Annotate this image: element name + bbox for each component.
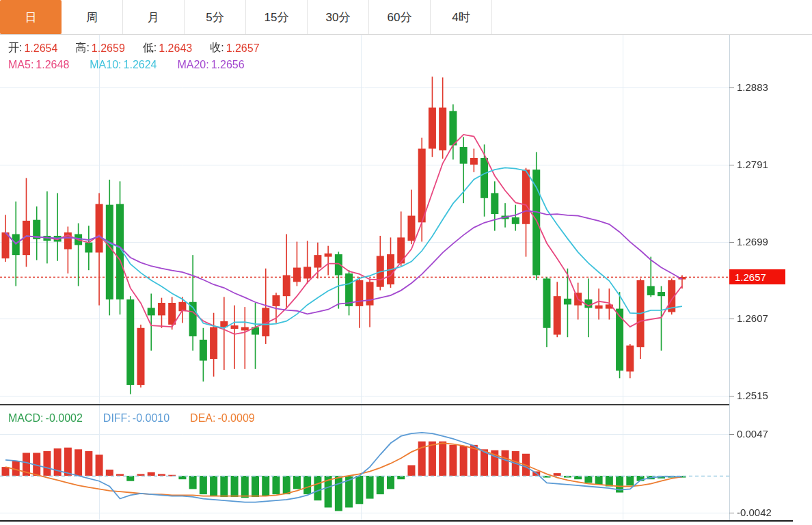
timeframe-tabbar: 日周月5分15分30分60分4时 bbox=[0, 0, 812, 35]
tab-timeframe-0[interactable]: 日 bbox=[0, 0, 62, 34]
ohlc-label-1: 高: bbox=[75, 41, 89, 55]
macd-tick-1: -0.0042 bbox=[737, 507, 772, 519]
tab-timeframe-5[interactable]: 30分 bbox=[308, 0, 369, 34]
macd-item-2: DEA:-0.0009 bbox=[190, 412, 255, 425]
ohlc-item-2: 低:1.2643 bbox=[143, 41, 192, 55]
macd-value-0: -0.0002 bbox=[46, 412, 83, 425]
ohlc-value-2: 1.2643 bbox=[159, 42, 192, 55]
ma-value-2: 1.2656 bbox=[211, 59, 245, 71]
ohlc-label-3: 收: bbox=[210, 41, 224, 55]
kline-app: 日周月5分15分30分60分4时 开:1.2654高:1.2659低:1.264… bbox=[0, 0, 812, 525]
tab-timeframe-4[interactable]: 15分 bbox=[246, 0, 308, 34]
macd-tick-0: 0.0047 bbox=[737, 428, 768, 440]
macd-value-1: -0.0010 bbox=[133, 412, 170, 425]
price-tick-1: 1.2791 bbox=[737, 159, 768, 171]
tab-timeframe-6[interactable]: 60分 bbox=[369, 0, 431, 34]
ohlc-item-0: 开:1.2654 bbox=[8, 41, 57, 55]
price-tick-4: 1.2515 bbox=[737, 390, 768, 402]
ma-item-0: MA5:1.2648 bbox=[8, 59, 69, 71]
macd-label-0: MACD: bbox=[8, 412, 44, 425]
tab-timeframe-2[interactable]: 月 bbox=[123, 0, 185, 34]
ma-value-1: 1.2624 bbox=[124, 59, 157, 71]
ohlc-value-0: 1.2654 bbox=[24, 42, 57, 55]
price-tick-3: 1.2607 bbox=[737, 312, 768, 325]
ohlc-label-0: 开: bbox=[8, 41, 22, 55]
macd-label-2: DEA: bbox=[190, 412, 215, 425]
ma-legend: MA5:1.2648MA10:1.2624MA20:1.2656 bbox=[8, 59, 245, 71]
tab-timeframe-3[interactable]: 5分 bbox=[185, 0, 246, 34]
ma-label-2: MA20: bbox=[177, 59, 208, 71]
price-tick-2: 1.2699 bbox=[737, 236, 768, 248]
macd-value-2: -0.0009 bbox=[217, 412, 254, 425]
last-price-tag: 1.2657 bbox=[729, 269, 785, 284]
tab-timeframe-7[interactable]: 4时 bbox=[431, 0, 492, 34]
macd-item-0: MACD:-0.0002 bbox=[8, 412, 83, 425]
ohlc-legend: 开:1.2654高:1.2659低:1.2643收:1.2657 bbox=[8, 41, 260, 55]
ma-label-1: MA10: bbox=[90, 59, 121, 71]
macd-legend: MACD:-0.0002DIFF:-0.0010DEA:-0.0009 bbox=[8, 412, 255, 425]
ohlc-item-1: 高:1.2659 bbox=[75, 41, 124, 55]
ma-item-2: MA20:1.2656 bbox=[177, 59, 244, 71]
ohlc-value-3: 1.2657 bbox=[226, 42, 260, 55]
macd-item-1: DIFF:-0.0010 bbox=[103, 412, 170, 425]
ohlc-item-3: 收:1.2657 bbox=[210, 41, 259, 55]
ma-item-1: MA10:1.2624 bbox=[90, 59, 157, 71]
price-tick-0: 1.2883 bbox=[737, 81, 768, 94]
tab-timeframe-1[interactable]: 周 bbox=[62, 0, 123, 34]
ohlc-value-1: 1.2659 bbox=[92, 42, 125, 55]
ma-label-0: MA5: bbox=[8, 59, 33, 71]
macd-label-1: DIFF: bbox=[103, 412, 131, 425]
candlestick-macd-chart-canvas[interactable] bbox=[0, 0, 812, 525]
ma-value-0: 1.2648 bbox=[36, 59, 69, 71]
ohlc-label-2: 低: bbox=[143, 41, 157, 55]
